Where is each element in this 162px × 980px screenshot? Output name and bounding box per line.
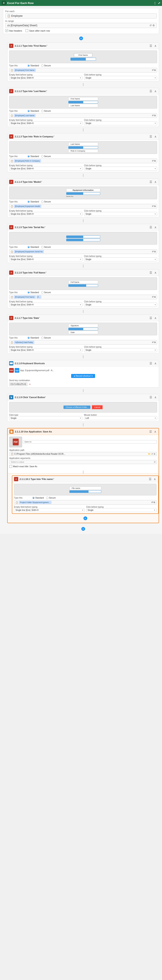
radio-group-3[interactable]: Standard Secure [27,155,51,158]
standard-circle-1[interactable] [27,64,30,67]
copy-val-icon-2[interactable]: ⧉ [154,114,156,117]
radio-group-6[interactable]: Standard Secure [27,291,51,294]
step-menu-btn-4[interactable]: ☰ [149,180,153,184]
add-sub-step-btn[interactable]: + [12,515,159,521]
standard-circle-2[interactable] [27,110,30,112]
type-value-input-4[interactable]: 📋 [Employee] Equipment Model ↺ ⧉ [9,204,157,208]
step-collapse-btn-3[interactable]: ∧ [154,135,157,138]
copy-val-icon-1[interactable]: ⧉ [154,69,156,72]
standard-radio-2[interactable]: Standard [27,110,39,112]
step-menu-btn-7[interactable]: ☰ [149,316,153,320]
step-collapse-btn-1[interactable]: ∧ [154,44,157,48]
refresh-icon[interactable]: ↺ [149,24,152,27]
type-value-input-1[interactable]: 📋 [Employee] First Name ↺ ⧉ [9,68,157,73]
empty-field-select-2[interactable]: Single line [End, Shift+H ▾ [9,121,82,125]
refresh-val-icon-1[interactable]: ↺ [152,69,154,72]
step-menu-btn-1[interactable]: ☰ [149,44,153,48]
secure-circle-2[interactable] [41,110,43,112]
standard-circle-4[interactable] [27,200,30,203]
sub-step-collapse-btn-1[interactable]: ∧ [153,477,157,481]
step-collapse-btn-8[interactable]: ∧ [154,362,157,365]
step-collapse-btn-10[interactable]: ∧ [154,430,157,433]
step-menu-btn-9[interactable]: ☰ [149,396,153,399]
step-collapse-btn-9[interactable]: ∧ [154,396,157,399]
empty-field-select-3[interactable]: Single line [End, Shift+H ▾ [9,167,82,171]
secure-radio-2[interactable]: Secure [41,110,51,112]
refresh-val-icon-7[interactable]: ↺ [152,341,154,344]
radio-group-4[interactable]: Standard Secure [27,200,51,203]
secure-circle-7[interactable] [41,337,43,339]
refresh-icon-10[interactable]: ↺ [151,453,153,455]
step-menu-btn-6[interactable]: ☰ [149,271,153,274]
standard-radio-7[interactable]: Standard [27,337,39,339]
radio-group-5[interactable]: Standard Secure [27,246,51,248]
radio-group-7[interactable]: Standard Secure [27,337,51,339]
match-row-10[interactable]: Match exact title: Save As [10,465,157,468]
sub-empty-field-select-1[interactable]: Single line [End, Shift+H ▾ [14,508,85,512]
secure-radio-4[interactable]: Secure [41,200,51,203]
click-type-select-9[interactable]: Single ▾ [9,416,82,420]
copy-val-icon-5[interactable]: ⧉ [154,250,156,253]
sub-type-value-input-1[interactable]: 📋 Project Folder \EquipmentAgreem... ↺ ⧉ [14,500,157,505]
refresh-val-icon-3[interactable]: ↺ [152,160,154,162]
refresh-val-icon-5[interactable]: ↺ [152,250,154,253]
type-value-input-6[interactable]: 📋 [Employee] First Name [f... ↺ ⧉ [9,295,157,299]
secure-circle-4[interactable] [41,200,43,203]
copy-val-icon-3[interactable]: ⧉ [154,160,156,162]
sub-standard-radio-1[interactable]: Standard [32,497,44,499]
secure-radio-1[interactable]: Secure [41,64,51,67]
step-menu-btn-10[interactable]: ☰ [149,430,152,433]
save-after-row-box[interactable] [26,29,28,32]
standard-circle-6[interactable] [27,291,30,294]
standard-circle-5[interactable] [27,246,30,248]
sub-radio-group-1[interactable]: Standard Secure [32,497,56,499]
radio-group-2[interactable]: Standard Secure [27,110,51,112]
type-value-input-7[interactable]: 📋 %[Notes] Date/Today ↺ ⧉ [9,340,157,345]
click-before-select-2[interactable]: Single ▾ [84,121,157,125]
step-collapse-btn-4[interactable]: ∧ [154,180,157,184]
settings-icon[interactable]: ⚙ [152,24,155,27]
radio-group-1[interactable]: Standard Secure [27,64,51,67]
step-menu-btn-3[interactable]: ☰ [149,135,153,138]
copy-val-icon-4[interactable]: ⧉ [154,205,156,208]
args-settings-icon-10[interactable]: ↺ [154,461,156,463]
secure-circle-1[interactable] [41,64,43,67]
empty-field-select-6[interactable]: Single line [End, Shift+H ▾ [9,303,82,307]
secure-radio-5[interactable]: Secure [41,246,51,248]
click-before-select-5[interactable]: Single ▾ [84,257,157,261]
step-collapse-btn-6[interactable]: ∧ [154,271,157,274]
step-collapse-btn-2[interactable]: ∧ [154,89,157,93]
refresh-val-icon-4[interactable]: ↺ [152,205,154,208]
click-before-select-3[interactable]: Single ▾ [84,167,157,171]
type-value-input-2[interactable]: 📋 [Employee] Last Name ↺ ⧉ [9,113,157,118]
add-step-btn-top[interactable]: + [79,37,83,40]
sub-secure-radio-1[interactable]: Secure [46,497,56,499]
type-value-input-3[interactable]: 📋 [Employee] Role in Company ↺ ⧉ [9,159,157,163]
secure-circle-6[interactable] [41,291,43,294]
standard-radio-1[interactable]: Standard [27,64,39,67]
mouse-btn-select-9[interactable]: Left ▾ [84,416,157,420]
app-args-input-10[interactable]: Select a value ↺ [10,460,157,464]
copy-val-icon-7[interactable]: ⧉ [154,341,156,344]
add-sub-step-plus[interactable]: + [83,516,87,520]
click-before-select-7[interactable]: Single ▾ [84,348,157,352]
add-step-bottom[interactable]: + [7,526,159,531]
click-before-select-4[interactable]: Single ▾ [84,212,157,216]
add-step-top[interactable]: + [3,36,159,41]
refresh-val-icon-6[interactable]: ↺ [152,296,154,298]
step-collapse-btn-7[interactable]: ∧ [154,316,157,320]
dropdown-arrow-8[interactable]: ▾ [91,375,93,377]
remove-key-btn-8[interactable]: × [29,383,30,386]
empty-field-select-1[interactable]: Single line [End, Shift+H ▾ [9,76,82,80]
step-menu-btn-5[interactable]: ☰ [149,226,153,229]
match-checkbox-10[interactable] [10,465,12,468]
standard-circle-7[interactable] [27,337,30,339]
add-step-btn-bottom[interactable]: + [81,527,85,531]
has-headers-checkbox[interactable]: Has headers [5,29,22,32]
app-path-input-10[interactable]: 📋 C:\Program Files (x86)\Adobe\Acrobat R… [10,452,157,456]
standard-radio-3[interactable]: Standard [27,155,39,158]
settings-icon-10[interactable]: ⚙ [154,453,156,455]
sub-copy-icon-1[interactable]: ⧉ [154,501,155,504]
step-collapse-btn-5[interactable]: ∧ [154,226,157,229]
click-before-select-6[interactable]: Single ▾ [84,303,157,307]
